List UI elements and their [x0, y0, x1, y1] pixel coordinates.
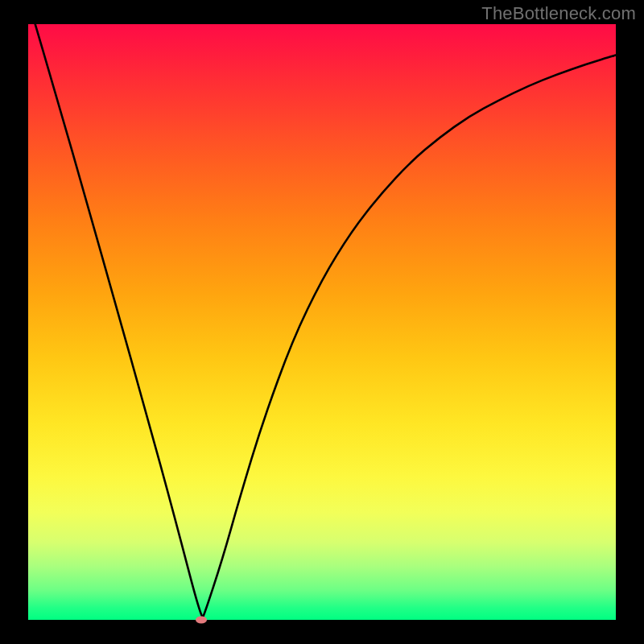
min-marker — [196, 617, 207, 624]
plot-area — [28, 24, 616, 620]
watermark-text: TheBottleneck.com — [481, 3, 636, 24]
curve-svg — [28, 24, 616, 620]
chart-frame: TheBottleneck.com — [0, 0, 644, 644]
curve-path — [28, 24, 616, 617]
